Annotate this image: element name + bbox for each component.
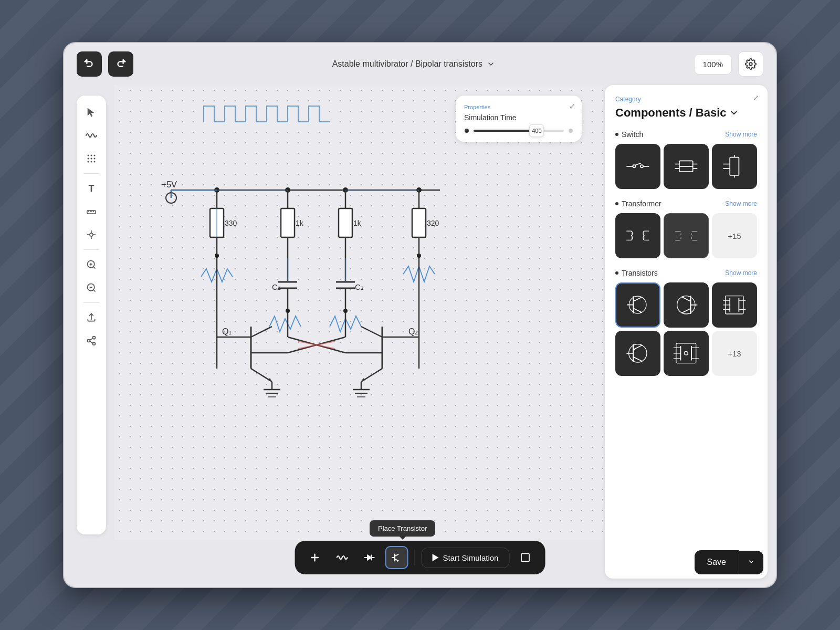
expand-panel-button[interactable]: ⤢ [753, 93, 759, 102]
svg-line-159 [633, 345, 642, 350]
switch-component-1[interactable] [615, 144, 660, 189]
transformer-more-button[interactable]: +15 [712, 213, 757, 258]
svg-text:C₂: C₂ [355, 282, 364, 291]
grid-tool-button[interactable] [81, 148, 102, 169]
chevron-down-icon [487, 60, 495, 68]
switch-section-header: Switch Show more [615, 130, 757, 139]
transformer-component-2[interactable] [664, 213, 709, 258]
svg-marker-175 [368, 555, 371, 560]
svg-line-160 [633, 357, 642, 362]
start-simulation-button[interactable]: Start Simulation [422, 548, 510, 568]
transistor-fet1[interactable] [712, 282, 757, 328]
start-simulation-label: Start Simulation [443, 553, 499, 562]
svg-point-7 [88, 161, 89, 163]
slider-container: 400 [464, 128, 573, 133]
category-name: Components / Basic [615, 106, 726, 120]
transistor-npn[interactable] [615, 282, 660, 328]
switch-show-more[interactable]: Show more [725, 131, 757, 138]
text-tool-button[interactable]: T [81, 178, 102, 199]
svg-point-76 [343, 309, 348, 313]
app-container: Astable multivibrator / Bipolar transist… [63, 42, 777, 588]
svg-text:Q₁: Q₁ [222, 327, 232, 336]
slider-value[interactable]: 400 [529, 124, 544, 137]
properties-label: Properties [464, 104, 573, 110]
fullscreen-button[interactable] [513, 546, 537, 569]
save-dropdown-button[interactable] [739, 551, 763, 574]
svg-point-74 [286, 309, 290, 313]
wire-tool-button[interactable] [331, 546, 354, 569]
switch-component-2[interactable] [664, 144, 709, 189]
switch-component-3[interactable] [712, 144, 757, 189]
add-component-button[interactable] [303, 546, 327, 569]
svg-line-30 [90, 341, 93, 343]
page-title: Astable multivibrator / Bipolar transist… [332, 59, 482, 69]
svg-point-1 [88, 155, 89, 156]
svg-line-21 [93, 267, 96, 269]
zoom-in-icon [86, 259, 97, 270]
ruler-tool-button[interactable] [81, 201, 102, 222]
zoom-level[interactable]: 100% [694, 54, 732, 75]
svg-point-171 [685, 352, 688, 355]
transistors-show-more[interactable]: Show more [725, 269, 757, 277]
zoom-in-button[interactable] [81, 254, 102, 275]
zoom-out-button[interactable] [81, 277, 102, 298]
diode-icon [364, 552, 375, 563]
transistor-mosfet[interactable] [664, 331, 709, 376]
circuit-diagram: +5V 330 1k 1k [135, 96, 492, 400]
transistors-more-button[interactable]: +13 [712, 331, 757, 376]
share-button[interactable] [81, 330, 102, 351]
svg-line-139 [634, 297, 642, 301]
svg-line-25 [93, 290, 96, 292]
transistors-section-header: Transistors Show more [615, 269, 757, 277]
right-panel: ⤢ Category Components / Basic Switch Sho… [605, 85, 768, 579]
simulation-time-slider[interactable]: 400 [474, 130, 564, 132]
switch-grid [615, 144, 757, 189]
left-toolbar: T [77, 96, 106, 534]
select-tool-button[interactable] [81, 102, 102, 123]
title-dropdown[interactable]: Astable multivibrator / Bipolar transist… [332, 59, 495, 69]
transistor-pnp[interactable] [664, 282, 709, 328]
svg-point-72 [417, 254, 421, 258]
transformer-grid: +15 [615, 213, 757, 258]
expand-properties-button[interactable]: ⤢ [569, 102, 575, 110]
divider3 [83, 302, 99, 303]
category-label: Category [615, 96, 757, 103]
transformer-show-more[interactable]: Show more [725, 200, 757, 207]
svg-rect-183 [521, 554, 529, 562]
undo-button[interactable] [77, 51, 102, 77]
node-tool-button[interactable] [81, 224, 102, 245]
settings-button[interactable] [738, 51, 763, 77]
svg-text:Q₂: Q₂ [408, 327, 418, 336]
svg-point-70 [215, 254, 219, 258]
transformer-component-1[interactable] [615, 213, 660, 258]
transistors-title: Transistors [615, 269, 658, 277]
svg-point-8 [91, 161, 92, 163]
cursor-icon [87, 107, 96, 118]
switch-section: Switch Show more [615, 130, 757, 189]
svg-line-95 [361, 327, 382, 337]
properties-panel: ⤢ Properties Simulation Time 400 [456, 96, 582, 142]
svg-rect-53 [412, 208, 426, 237]
transformer-dot [615, 202, 618, 205]
transistor-tool-button[interactable] [385, 546, 408, 569]
category-selector[interactable]: Components / Basic [615, 106, 757, 120]
transistor-bjt-pnp[interactable] [615, 331, 660, 376]
bottom-toolbar: Start Simulation [295, 541, 545, 574]
svg-rect-49 [339, 208, 352, 237]
wave-tool-button[interactable] [81, 125, 102, 146]
save-button[interactable]: Save [695, 550, 739, 574]
svg-text:+5V: +5V [162, 180, 177, 189]
export-button[interactable] [81, 307, 102, 328]
plus-icon [309, 552, 321, 563]
redo-button[interactable] [108, 51, 133, 77]
play-icon [433, 554, 439, 561]
svg-rect-122 [730, 158, 739, 175]
divider2 [83, 249, 99, 250]
header-left [77, 51, 133, 77]
svg-line-31 [90, 338, 93, 340]
svg-text:320: 320 [427, 219, 439, 227]
svg-line-84 [251, 327, 272, 337]
canvas-area[interactable]: +5V 330 1k 1k [114, 85, 603, 540]
diode-tool-button[interactable] [358, 546, 381, 569]
svg-point-6 [94, 158, 96, 160]
